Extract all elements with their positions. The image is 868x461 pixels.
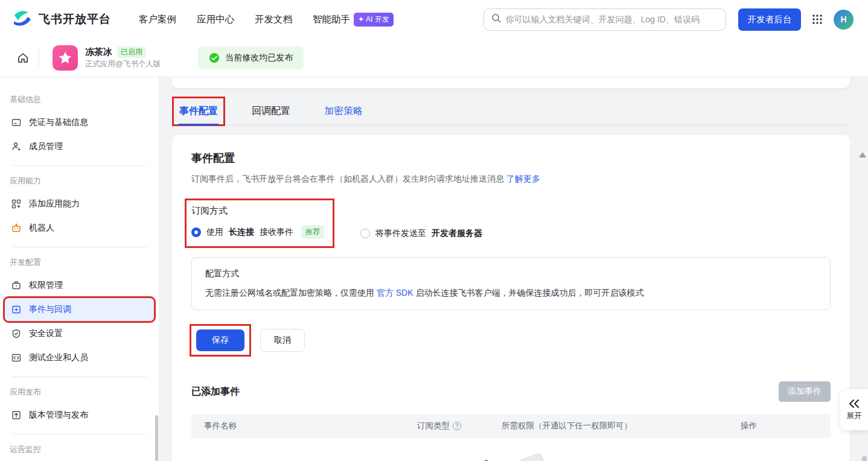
app-header: 冻茶冰 已启用 正式应用@飞书个人版 当前修改均已发布	[0, 39, 868, 77]
double-chevron-left-icon	[848, 399, 860, 409]
sidebar-item-label: 事件与回调	[29, 304, 71, 315]
search-icon	[491, 13, 501, 25]
recommended-badge: 推荐	[301, 225, 324, 239]
subscription-label: 订阅方式	[191, 205, 324, 217]
sidebar-item-version-release[interactable]: 版本管理与发布	[5, 404, 154, 427]
expand-label: 展开	[847, 411, 862, 421]
sidebar: 基础信息 凭证与基础信息 成员管理 应用能力 添加应用能力 机器人	[0, 77, 159, 461]
radio-option-developer-server[interactable]: 将事件发送至 开发者服务器	[360, 228, 482, 246]
add-event-button[interactable]: 添加事件	[779, 381, 831, 402]
added-events-title: 已添加事件	[191, 386, 240, 398]
save-button[interactable]: 保存	[196, 329, 244, 351]
home-icon	[17, 52, 29, 64]
column-subscription-type: 订阅类型 ?	[417, 421, 502, 431]
sidebar-item-label: 机器人	[29, 223, 54, 234]
tab-event-config[interactable]: 事件配置	[173, 98, 224, 125]
config-method-text: 无需注册公网域名或配置加密策略，仅需使用 官方 SDK 启动长连接飞书客户端，并…	[205, 288, 817, 299]
publish-icon	[11, 410, 22, 420]
help-icon[interactable]: ?	[453, 422, 461, 430]
member-icon	[11, 142, 22, 151]
app-name: 冻茶冰	[85, 46, 112, 58]
column-required-permissions: 所需权限（开通以下任一权限即可）	[502, 421, 741, 431]
config-method-card: 配置方式 无需注册公网域名或配置加密策略，仅需使用 官方 SDK 启动长连接飞书…	[191, 257, 831, 310]
radio-selected-icon[interactable]	[191, 227, 201, 237]
event-callback-icon	[11, 305, 22, 314]
sidebar-item-permissions[interactable]: 权限管理	[5, 274, 154, 297]
section-title: 事件配置	[191, 151, 831, 165]
brand[interactable]: 飞书开放平台	[12, 9, 111, 30]
sidebar-item-credentials[interactable]: 凭证与基础信息	[5, 111, 154, 134]
user-avatar[interactable]: H	[834, 10, 854, 30]
sidebar-scrollbar-thumb[interactable]	[155, 415, 158, 461]
sparkle-icon: ✦	[358, 15, 364, 24]
code-icon	[11, 353, 22, 363]
app-meta: 冻茶冰 已启用 正式应用@飞书个人版	[85, 46, 161, 69]
top-navigation: 飞书开放平台 客户案例 应用中心 开发文档 智能助手 ✦AI 开发 开发者后台 …	[0, 0, 868, 39]
sidebar-item-label: 版本管理与发布	[29, 410, 88, 421]
config-method-title: 配置方式	[205, 269, 817, 279]
sidebar-section-monitoring: 运营监控	[0, 436, 159, 460]
sidebar-section-basic: 基础信息	[0, 86, 159, 110]
credentials-icon	[11, 118, 22, 127]
subscription-section: 订阅方式 使用 长连接 接收事件 推荐 将事件发送至 开发者服务器	[191, 200, 831, 246]
sidebar-item-label: 安全设置	[29, 328, 63, 339]
cancel-button[interactable]: 取消	[260, 329, 305, 352]
main-scrollbar-thumb[interactable]	[862, 456, 867, 461]
sidebar-divider	[12, 247, 147, 247]
scroll-up-arrow[interactable]	[859, 152, 866, 157]
action-buttons: 保存 取消	[191, 326, 831, 355]
search-input[interactable]	[506, 14, 718, 24]
nav-menu: 客户案例 应用中心 开发文档 智能助手 ✦AI 开发	[139, 13, 483, 27]
official-sdk-link[interactable]: 官方 SDK	[377, 288, 413, 297]
sidebar-item-label: 添加应用能力	[29, 199, 80, 209]
sidebar-divider	[12, 434, 147, 434]
app-grid-icon[interactable]	[812, 14, 823, 25]
sidebar-item-add-capability[interactable]: 添加应用能力	[5, 192, 154, 215]
doc-search-box[interactable]	[483, 8, 726, 31]
nav-item-docs[interactable]: 开发文档	[255, 13, 292, 26]
empty-state-illustration	[439, 454, 584, 461]
save-annotation-box: 保存	[191, 326, 249, 355]
nav-item-assistant[interactable]: 智能助手 ✦AI 开发	[313, 13, 394, 27]
subscription-annotated-group: 订阅方式 使用 长连接 接收事件 推荐	[187, 200, 333, 246]
sidebar-item-label: 凭证与基础信息	[29, 117, 88, 128]
shield-check-icon	[11, 329, 22, 339]
star-icon	[57, 50, 73, 66]
developer-console-button[interactable]: 开发者后台	[738, 8, 802, 31]
nav-item-cases[interactable]: 客户案例	[139, 13, 176, 26]
sidebar-item-bot[interactable]: 机器人	[5, 217, 154, 240]
check-circle-icon	[209, 52, 220, 63]
ai-dev-badge: ✦AI 开发	[354, 13, 394, 27]
sidebar-section-dev-config: 开发配置	[0, 249, 159, 273]
tabs: 事件配置 回调配置 加密策略	[172, 98, 850, 126]
app-subtitle: 正式应用@飞书个人版	[85, 59, 161, 69]
publish-status-pill: 当前修改均已发布	[198, 46, 304, 69]
sidebar-item-members[interactable]: 成员管理	[5, 135, 154, 158]
sidebar-item-label: 权限管理	[29, 280, 63, 291]
tab-encryption-policy[interactable]: 加密策略	[318, 98, 369, 125]
sidebar-item-label: 测试企业和人员	[29, 352, 88, 363]
event-config-card: 事件配置 订阅事件后，飞书开放平台将会在事件（如机器人入群）发生时向请求地址推送…	[172, 135, 850, 461]
sidebar-section-capability: 应用能力	[0, 167, 159, 191]
publish-status-text: 当前修改均已发布	[225, 52, 293, 63]
grid-plus-icon	[11, 199, 22, 209]
radio-option-long-connection[interactable]: 使用 长连接 接收事件 推荐	[191, 225, 324, 239]
app-icon	[53, 45, 78, 71]
scrolled-card-bottom	[172, 77, 850, 88]
sidebar-item-events-callbacks[interactable]: 事件与回调	[5, 298, 154, 321]
tab-callback-config[interactable]: 回调配置	[246, 98, 296, 125]
sidebar-item-label: 成员管理	[29, 141, 63, 152]
sidebar-item-security[interactable]: 安全设置	[5, 322, 154, 345]
radio-unselected-icon[interactable]	[360, 229, 370, 238]
section-description: 订阅事件后，飞书开放平台将会在事件（如机器人入群）发生时向请求地址推送消息 了解…	[191, 174, 831, 185]
expand-panel[interactable]: 展开	[840, 389, 868, 430]
nav-item-app-center[interactable]: 应用中心	[197, 13, 234, 26]
sidebar-divider	[12, 377, 147, 377]
main-content: 事件配置 回调配置 加密策略 事件配置 订阅事件后，飞书开放平台将会在事件（如机…	[159, 77, 868, 461]
learn-more-link[interactable]: 了解更多	[506, 174, 540, 183]
sidebar-section-release: 应用发布	[0, 378, 159, 402]
sidebar-divider	[12, 165, 147, 166]
home-button[interactable]	[12, 47, 34, 69]
feishu-logo-icon	[12, 9, 33, 30]
sidebar-item-test-company[interactable]: 测试企业和人员	[5, 346, 154, 369]
